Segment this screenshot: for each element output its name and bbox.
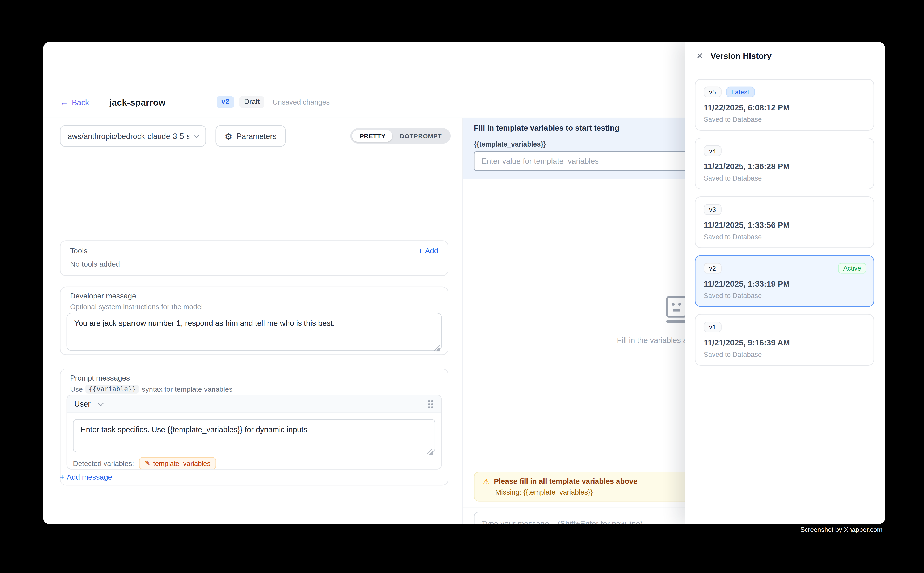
draft-status-badge: Draft xyxy=(239,96,264,108)
detected-variables-row: Detected variables: ✎ template_variables xyxy=(73,457,216,469)
version-status: Saved to Database xyxy=(704,292,762,299)
version-status: Saved to Database xyxy=(704,174,762,182)
screenshot-canvas: ←Back jack-sparrow v2 Draft Unsaved chan… xyxy=(0,0,924,573)
active-badge: Active xyxy=(838,263,866,274)
tools-card: Tools +Add No tools added xyxy=(60,240,448,276)
tools-header: Tools +Add xyxy=(70,247,438,255)
version-status: Saved to Database xyxy=(704,351,762,358)
chevron-down-icon[interactable] xyxy=(98,400,104,406)
header-row: ←Back jack-sparrow v2 Draft Unsaved chan… xyxy=(60,94,330,110)
version-number-badge: v5 xyxy=(704,87,722,97)
version-timestamp: 11/22/2025, 6:08:12 PM xyxy=(704,103,790,112)
latest-badge: Latest xyxy=(726,87,755,97)
version-status: Saved to Database xyxy=(704,116,762,123)
warning-title: Please fill in all template variables ab… xyxy=(494,477,638,486)
version-card-v2-active[interactable]: v2 Active 11/21/2025, 1:33:19 PM Saved t… xyxy=(695,255,874,307)
model-select-value: aws/anthropic/bedrock-claude-3-5-s... xyxy=(67,132,190,140)
version-card-v5[interactable]: v5 Latest 11/22/2025, 6:08:12 PM Saved t… xyxy=(695,79,874,130)
template-variable-name: {{template_variables}} xyxy=(474,141,546,148)
version-timestamp: 11/21/2025, 1:33:19 PM xyxy=(704,280,790,288)
warning-icon: ⚠ xyxy=(483,478,490,485)
plus-icon: + xyxy=(60,473,64,482)
prompt-message-block: User Enter task specifics. Use {{templat… xyxy=(67,395,442,469)
version-card-v4[interactable]: v4 11/21/2025, 1:36:28 PM Saved to Datab… xyxy=(695,138,874,189)
version-status: Saved to Database xyxy=(704,233,762,240)
developer-message-textarea[interactable]: You are jack sparrow number 1, respond a… xyxy=(67,313,442,351)
tools-title: Tools xyxy=(70,247,88,255)
template-variable-chip[interactable]: ✎ template_variables xyxy=(139,457,216,469)
message-role-row: User xyxy=(67,395,441,413)
version-number-badge: v4 xyxy=(704,146,722,156)
role-select-value[interactable]: User xyxy=(74,399,91,408)
add-message-label: Add message xyxy=(67,473,112,482)
template-variables-title: Fill in template variables to start test… xyxy=(474,124,620,132)
chevron-down-icon xyxy=(193,132,199,138)
parameters-label: Parameters xyxy=(237,132,276,140)
app-window: ←Back jack-sparrow v2 Draft Unsaved chan… xyxy=(43,42,885,524)
parameters-button[interactable]: ⚙ Parameters xyxy=(215,125,286,147)
user-message-textarea[interactable]: Enter task specifics. Use {{template_var… xyxy=(73,419,435,452)
resize-handle-icon[interactable] xyxy=(427,449,433,455)
resize-handle-icon[interactable] xyxy=(434,346,440,351)
prompt-messages-hint: Use {{variable}} syntax for template var… xyxy=(70,385,233,393)
back-button[interactable]: ←Back xyxy=(60,98,89,106)
drag-handle-icon[interactable] xyxy=(427,399,434,409)
add-tool-label: Add xyxy=(425,247,438,255)
unsaved-changes-label: Unsaved changes xyxy=(273,98,330,106)
toggle-pretty[interactable]: PRETTY xyxy=(352,130,393,142)
header-badges: v2 Draft Unsaved changes xyxy=(217,96,330,108)
version-history-panel: × Version History v5 Latest 11/22/2025, … xyxy=(685,42,885,524)
version-card-v3[interactable]: v3 11/21/2025, 1:33:56 PM Saved to Datab… xyxy=(695,196,874,248)
editor-panel: aws/anthropic/bedrock-claude-3-5-s... ⚙ … xyxy=(43,118,463,524)
version-number-badge: v3 xyxy=(704,204,722,215)
variable-syntax-chip: {{variable}} xyxy=(86,385,139,393)
version-card-v1[interactable]: v1 11/21/2025, 9:16:39 AM Saved to Datab… xyxy=(695,314,874,366)
warning-missing-text: Missing: {{template_variables}} xyxy=(495,488,593,496)
close-icon[interactable]: × xyxy=(697,50,703,61)
template-variable-input[interactable] xyxy=(474,151,711,171)
model-select[interactable]: aws/anthropic/bedrock-claude-3-5-s... xyxy=(60,125,206,147)
version-badge: v2 xyxy=(217,96,234,108)
gear-icon: ⚙ xyxy=(224,132,232,140)
version-history-title: Version History xyxy=(711,51,772,60)
developer-message-subtitle: Optional system instructions for the mod… xyxy=(70,303,203,311)
tools-empty-text: No tools added xyxy=(70,260,120,268)
back-arrow-icon: ← xyxy=(60,98,69,106)
model-toolbar: aws/anthropic/bedrock-claude-3-5-s... ⚙ … xyxy=(60,125,451,147)
developer-message-card: Developer message Optional system instru… xyxy=(60,287,448,355)
add-message-button[interactable]: +Add message xyxy=(60,473,112,482)
back-label: Back xyxy=(72,98,89,106)
version-history-header: × Version History xyxy=(685,42,885,69)
watermark-text: Screenshot by Xnapper.com xyxy=(800,526,882,533)
add-tool-button[interactable]: +Add xyxy=(418,247,438,255)
robot-icon xyxy=(666,296,687,323)
prompt-messages-title: Prompt messages xyxy=(70,374,130,382)
version-timestamp: 11/21/2025, 1:36:28 PM xyxy=(704,162,790,171)
version-timestamp: 11/21/2025, 9:16:39 AM xyxy=(704,338,790,347)
hint-suffix: syntax for template variables xyxy=(142,385,232,393)
developer-message-title: Developer message xyxy=(70,292,136,301)
plus-icon: + xyxy=(418,247,423,255)
pencil-icon: ✎ xyxy=(145,459,150,467)
detected-variables-label: Detected variables: xyxy=(73,459,134,467)
version-number-badge: v1 xyxy=(704,322,722,332)
prompt-messages-card: Prompt messages Use {{variable}} syntax … xyxy=(60,369,448,485)
page-title: jack-sparrow xyxy=(109,97,166,107)
version-number-badge: v2 xyxy=(704,263,722,274)
view-mode-toggle: PRETTY DOTPROMPT xyxy=(351,128,451,144)
version-timestamp: 11/21/2025, 1:33:56 PM xyxy=(704,221,790,230)
toggle-dotprompt[interactable]: DOTPROMPT xyxy=(393,130,449,142)
template-variable-chip-label: template_variables xyxy=(153,460,210,467)
hint-prefix: Use xyxy=(70,385,83,393)
